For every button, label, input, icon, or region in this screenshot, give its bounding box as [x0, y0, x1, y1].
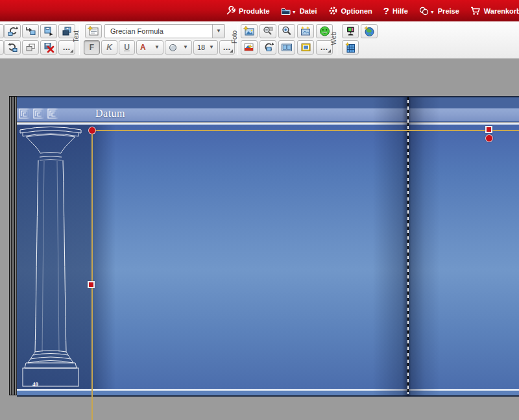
import-into-page-button[interactable] [22, 24, 39, 38]
arrow-into-box-icon [25, 26, 36, 36]
selection-rotate-handle[interactable] [485, 134, 493, 142]
floppy-arrow-icon [43, 26, 54, 36]
magnifier-minus-icon [263, 26, 274, 36]
globe-star-icon [363, 26, 375, 37]
text-group-label: Text [73, 31, 80, 42]
card-binding-edge [9, 96, 17, 395]
help-icon: ? [383, 6, 389, 16]
font-color-label: A [140, 43, 146, 51]
photo-color-button[interactable] [241, 40, 258, 55]
cart-icon [470, 6, 481, 16]
chevron-down-icon: ▼ [154, 45, 160, 50]
app-window: Produkte ▼ Datei Optionen ? Hilfe ▼ Prei… [0, 0, 519, 420]
web-upload-button[interactable] [361, 24, 378, 38]
menu-label: Produkte [239, 7, 270, 15]
zoom-out-photo-button[interactable] [260, 24, 276, 38]
font-size-value: 18 [197, 43, 205, 51]
text-effect-button[interactable]: ▼ [165, 40, 192, 55]
chevron-down-icon: ▼ [216, 29, 221, 34]
fold-guide-line [407, 97, 409, 394]
wrench-icon [226, 6, 235, 16]
zoom-in-photo-button[interactable] [278, 24, 295, 38]
menu-label: Warenkorb [484, 7, 519, 15]
underline-label: U [124, 43, 130, 51]
italic-label: K [106, 43, 112, 51]
menu-label: Datei [300, 7, 317, 15]
font-color-button[interactable]: A ▼ [136, 40, 163, 55]
menu-item-optionen[interactable]: Optionen [328, 6, 372, 16]
chevron-down-icon: ▼ [183, 45, 188, 50]
chevron-down-icon: ▼ [430, 10, 435, 14]
duplicate-button[interactable] [22, 40, 39, 55]
selection-handle-top-center[interactable] [485, 126, 492, 133]
web-group-label: Web [330, 32, 337, 45]
redo-button[interactable] [4, 40, 21, 55]
font-dropdown-arrow[interactable]: ▼ [212, 25, 224, 38]
smiley-icon [319, 26, 330, 36]
add-text-field-button[interactable] [85, 24, 102, 38]
underline-button[interactable]: U [119, 40, 135, 55]
redo-icon [7, 42, 18, 53]
bold-button[interactable]: F [84, 40, 100, 55]
menu-bar: Produkte ▼ Datei Optionen ? Hilfe ▼ Prei… [0, 0, 519, 21]
menu-items: Produkte ▼ Datei Optionen ? Hilfe ▼ Prei… [226, 0, 519, 21]
menu-label: Hilfe [392, 7, 408, 15]
delete-red-x-icon [43, 42, 54, 53]
menu-label: Preise [438, 7, 459, 15]
delete-object-button[interactable] [40, 40, 57, 55]
coins-icon [419, 6, 429, 16]
folder-icon [281, 6, 291, 16]
ellipsis-icon: … [223, 46, 232, 49]
menu-label: Optionen [341, 7, 372, 15]
undo-icon [7, 26, 18, 36]
font-size-select[interactable]: 18 ▼ [193, 40, 218, 55]
selection-handle-top-left[interactable] [88, 127, 96, 134]
webcam-icon [345, 26, 356, 36]
save-and-continue-button[interactable] [40, 24, 57, 38]
font-name-value: Grecian Formula [105, 27, 212, 35]
photo-sparkle-icon [300, 26, 311, 36]
split-panels-icon [281, 42, 293, 53]
menu-item-hilfe[interactable]: ? Hilfe [383, 6, 408, 16]
enhance-photo-button[interactable] [297, 24, 314, 38]
colorful-photo-icon [243, 42, 255, 53]
photo-star-icon [243, 26, 255, 36]
menu-item-datei[interactable]: ▼ Datei [281, 6, 317, 16]
rotate-icon [263, 42, 274, 53]
ellipsis-icon: … [63, 46, 71, 49]
toolbar: … Text Grecian Formula ▼ F K U A ▼ ▼ [0, 21, 519, 59]
greek-column-artwork [18, 123, 83, 388]
bold-label: F [90, 43, 94, 51]
floppy-copy-icon [62, 26, 73, 36]
undo-button[interactable] [4, 24, 21, 38]
new-text-star-icon [88, 26, 99, 36]
menu-item-produkte[interactable]: Produkte [226, 6, 270, 16]
chevron-down-icon: ▼ [209, 45, 214, 50]
selection-frame-top-edge [92, 130, 519, 131]
tint-sphere-icon [169, 43, 177, 52]
selection-frame-left-edge [91, 130, 93, 420]
webcam-button[interactable] [342, 24, 359, 38]
web-gallery-button[interactable] [342, 40, 359, 55]
magnifier-plus-icon [282, 26, 293, 36]
date-text-field[interactable]: Datum [95, 108, 125, 119]
photo-layout-button[interactable] [278, 40, 295, 55]
menu-item-preise[interactable]: ▼ Preise [419, 6, 459, 16]
add-photo-button[interactable] [241, 24, 258, 38]
menu-item-warenkorb[interactable]: Warenkorb [470, 6, 519, 16]
gear-icon [328, 6, 338, 16]
chevron-down-icon: ▼ [292, 10, 296, 14]
page-number-label: 40 [32, 381, 38, 388]
font-family-select[interactable]: Grecian Formula ▼ [104, 24, 225, 38]
grid-star-icon [344, 42, 356, 53]
selection-handle-middle-left[interactable] [88, 281, 95, 288]
rotate-photo-button[interactable] [260, 40, 276, 55]
card-page[interactable] [9, 96, 519, 395]
italic-button[interactable]: K [101, 40, 117, 55]
framed-photo-icon [300, 42, 311, 53]
duplicate-icon [25, 42, 36, 53]
foto-group-label: Foto [231, 31, 238, 43]
greek-key-pattern [18, 108, 61, 119]
ellipsis-icon: … [320, 46, 329, 49]
photo-frame-button[interactable] [297, 40, 314, 55]
